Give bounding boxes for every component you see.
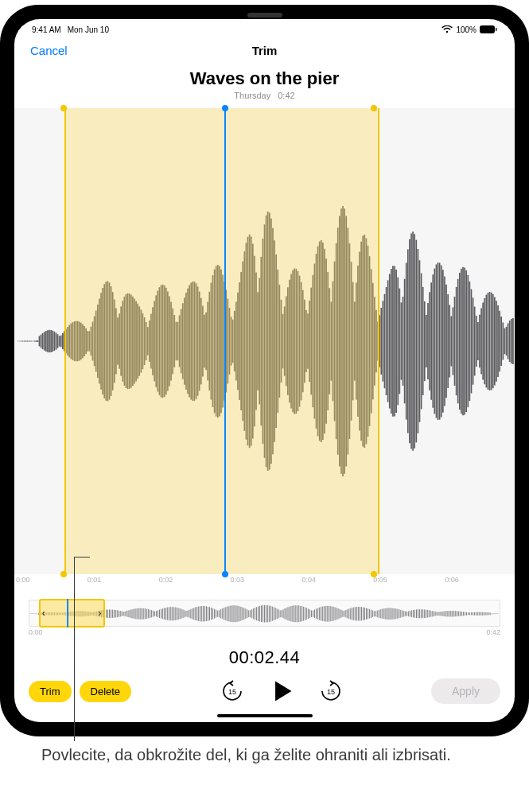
ruler-tick: 0:04 — [300, 576, 371, 589]
screen: 9:41 AM Mon Jun 10 ○○○ 100% Cancel Trim … — [14, 19, 515, 722]
skip-forward-15-button[interactable]: 15 — [319, 679, 343, 703]
playhead-dot-icon — [222, 571, 228, 577]
overview-ruler: 0:00 0:42 — [29, 628, 500, 636]
skip-back-icon: 15 — [220, 679, 244, 703]
overview-start-label: 0:00 — [29, 628, 43, 636]
delete-button[interactable]: Delete — [80, 681, 132, 702]
svg-rect-0 — [480, 26, 495, 33]
trim-button[interactable]: Trim — [29, 681, 72, 702]
status-bar: 9:41 AM Mon Jun 10 ○○○ 100% — [14, 19, 515, 37]
callout-leader-line — [74, 557, 75, 741]
overview-handle-left-icon[interactable]: ‹ — [42, 608, 45, 619]
trim-handle-end-bottom-icon[interactable] — [371, 571, 377, 577]
skip-forward-icon: 15 — [319, 679, 343, 703]
callout-text: Povlecite, da obkrožite del, ki ga želit… — [0, 741, 529, 775]
recording-header: Waves on the pier Thursday 0:42 — [14, 64, 515, 108]
device-notch — [247, 13, 282, 17]
svg-rect-1 — [496, 28, 497, 31]
overview-end-label: 0:42 — [486, 628, 500, 636]
play-icon — [268, 678, 295, 705]
recording-day: Thursday — [234, 91, 270, 100]
battery-percentage: 100% — [456, 25, 476, 34]
skip-back-15-button[interactable]: 15 — [220, 679, 244, 703]
ruler-tick: 0:00 — [14, 576, 86, 589]
trim-selection[interactable] — [64, 108, 379, 574]
wifi-icon — [441, 25, 453, 33]
playhead-dot-icon — [222, 105, 228, 111]
ruler-tick: 0:06 — [443, 576, 515, 589]
cancel-button[interactable]: Cancel — [30, 44, 68, 57]
nav-bar: Cancel Trim — [14, 37, 515, 64]
ruler-tick: 0:01 — [86, 576, 158, 589]
overview-selection[interactable]: ‹ › — [39, 599, 105, 627]
timecode: 00:02.44 — [14, 647, 515, 668]
recording-duration: 0:42 — [278, 91, 294, 100]
home-indicator[interactable] — [217, 714, 313, 717]
battery-icon — [480, 25, 497, 33]
ruler-tick: 0:02 — [158, 576, 229, 589]
svg-text:15: 15 — [228, 688, 236, 696]
time-ruler: 0:00 0:01 0:02 0:03 0:04 0:05 0:06 — [14, 574, 515, 589]
playhead[interactable] — [224, 108, 226, 574]
waveform-editor[interactable] — [14, 108, 515, 574]
ipad-frame: 9:41 AM Mon Jun 10 ○○○ 100% Cancel Trim … — [0, 5, 529, 736]
ruler-tick: 0:03 — [229, 576, 301, 589]
svg-text:15: 15 — [327, 688, 335, 696]
recording-title[interactable]: Waves on the pier — [14, 68, 515, 89]
status-time: 9:41 AM — [32, 25, 61, 34]
annotation-callout: Povlecite, da obkrožite del, ki ga želit… — [0, 741, 529, 775]
overview-handle-right-icon[interactable]: › — [99, 608, 102, 619]
trim-handle-start-bottom-icon[interactable] — [60, 571, 67, 577]
status-date: Mon Jun 10 — [68, 25, 109, 34]
screen-title: Trim — [252, 44, 278, 57]
apply-button[interactable]: Apply — [431, 678, 500, 704]
trim-handle-end-top-icon[interactable] — [371, 105, 377, 111]
overview-playhead[interactable] — [67, 599, 68, 627]
transport-controls: 15 15 — [139, 678, 423, 705]
overview-strip[interactable]: ‹ › — [29, 600, 500, 627]
trim-handle-start-top-icon[interactable] — [60, 105, 67, 111]
ruler-tick: 0:05 — [371, 576, 443, 589]
play-button[interactable] — [268, 678, 295, 705]
